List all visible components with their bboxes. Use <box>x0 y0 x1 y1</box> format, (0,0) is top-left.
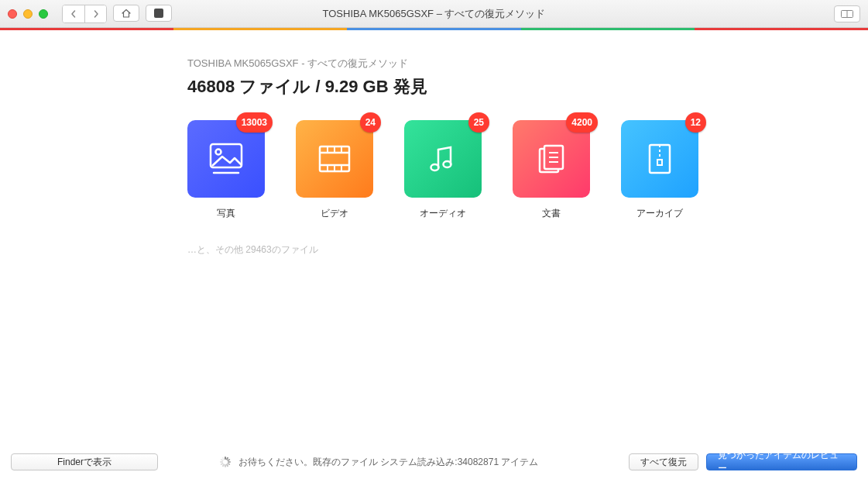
documents-tile: 4200 <box>513 120 590 198</box>
category-card-documents[interactable]: 4200 文書 <box>513 120 590 220</box>
show-in-finder-button[interactable]: Finderで表示 <box>11 453 158 470</box>
nav-back-button[interactable] <box>63 5 84 22</box>
stop-icon <box>154 9 163 18</box>
card-label: ビデオ <box>296 207 373 220</box>
category-card-photos[interactable]: 13003 写真 <box>187 120 265 220</box>
window-close-button[interactable] <box>8 9 17 19</box>
badge: 4200 <box>566 112 598 133</box>
window-zoom-button[interactable] <box>39 9 48 19</box>
svg-rect-23 <box>657 160 662 165</box>
audio-icon <box>424 140 462 178</box>
audio-tile: 25 <box>404 120 482 198</box>
category-cards: 13003 写真 24 <box>187 120 868 220</box>
other-files-note: …と、その他 29463のファイル <box>187 243 868 257</box>
right-buttons: すべて復元 見つかったアイテムのレビュー <box>629 453 857 470</box>
color-strip <box>0 28 868 30</box>
titlebar: TOSHIBA MK5065GSXF – すべての復元メソッド <box>0 0 868 28</box>
badge: 24 <box>360 112 381 133</box>
spinner-icon <box>220 457 231 467</box>
category-card-archives[interactable]: 12 アーカイブ <box>621 120 698 220</box>
badge: 13003 <box>236 112 273 133</box>
scan-headline: 46808 ファイル / 9.29 GB 発見 <box>187 75 868 98</box>
scan-subtitle: TOSHIBA MK5065GSXF - すべての復元メソッド <box>187 57 868 71</box>
badge: 25 <box>468 112 489 133</box>
card-label: 写真 <box>187 207 265 220</box>
category-card-video[interactable]: 24 ビデオ <box>296 120 373 220</box>
review-found-items-button[interactable]: 見つかったアイテムのレビュー <box>706 453 857 470</box>
window-minimize-button[interactable] <box>23 9 33 19</box>
nav-forward-button[interactable] <box>84 5 106 22</box>
recover-all-button[interactable]: すべて復元 <box>629 453 698 470</box>
archive-icon <box>643 140 677 178</box>
right-tools <box>834 5 860 22</box>
photo-icon <box>207 142 245 176</box>
badge: 12 <box>685 112 706 133</box>
button-label: すべて復元 <box>640 456 687 469</box>
card-label: 文書 <box>513 207 590 220</box>
bottom-bar: Finderで表示 お待ちください。既存のファイル システム読み込み:34082… <box>0 445 868 479</box>
video-tile: 24 <box>296 120 373 198</box>
svg-point-3 <box>216 150 221 155</box>
card-label: アーカイブ <box>621 207 698 220</box>
status-text: お待ちください。既存のファイル システム読み込み:34082871 アイテム <box>238 456 538 469</box>
toolbar-nav-group <box>62 5 172 23</box>
video-icon <box>315 142 354 176</box>
stop-button[interactable] <box>146 5 172 22</box>
document-icon <box>532 140 571 178</box>
nav-back-forward <box>62 5 107 23</box>
home-button[interactable] <box>113 5 139 22</box>
photos-tile: 13003 <box>187 120 265 198</box>
category-card-audio[interactable]: 25 オーディオ <box>404 120 482 220</box>
button-label: 見つかったアイテムのレビュー <box>718 449 846 475</box>
main-content: TOSHIBA MK5065GSXF - すべての復元メソッド 46808 ファ… <box>0 30 868 257</box>
button-label: Finderで表示 <box>57 456 112 469</box>
card-label: オーディオ <box>404 207 482 220</box>
traffic-lights <box>8 9 48 19</box>
archives-tile: 12 <box>621 120 698 198</box>
view-columns-button[interactable] <box>834 5 860 22</box>
